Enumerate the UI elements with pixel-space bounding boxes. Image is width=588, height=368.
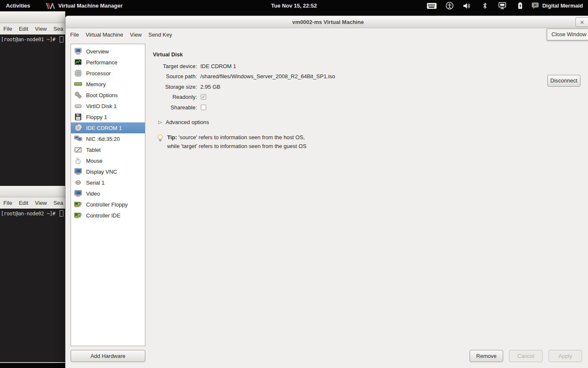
field-value: IDE CDROM 1 [200,63,236,69]
sidebar-item-controller-floppy[interactable]: Controller Floppy [71,199,145,210]
volume-icon[interactable] [462,2,472,10]
checkbox[interactable]: ✓ [201,94,206,100]
field-label: Storage size: [153,84,197,90]
video-icon [74,189,82,198]
close-window-tooltip: Close Window [547,29,588,40]
close-window-button[interactable]: × [575,17,588,27]
background-window-edge [0,362,66,368]
gnome-top-bar: Activities Virtual Machine Manager Tue N… [0,0,588,11]
sidebar-item-label: Performance [86,59,117,66]
menu-edit[interactable]: Edit [16,26,32,32]
floppy-icon [74,113,82,121]
clock[interactable]: Tue Nov 15, 22:52 [271,3,317,9]
activities-button[interactable]: Activities [0,3,36,9]
tip-line2: while 'target' refers to information see… [167,143,307,149]
disconnect-button[interactable]: Disconnect [547,75,580,87]
sidebar-item-ide-cdrom-1[interactable]: IDE CDROM 1 [71,122,145,133]
sidebar-item-floppy-1[interactable]: Floppy 1 [71,111,145,122]
menu-sea[interactable]: Sea [50,200,66,206]
processor-icon [74,69,82,77]
expander-triangle-icon: ▷ [158,119,162,125]
tip-line1: 'source' refers to information seen from… [178,134,305,140]
bluetooth-icon[interactable] [480,2,490,10]
sidebar-item-display-vnc[interactable]: Display VNC [71,166,145,177]
field-row: Source path: /shared/files/Windows_Serve… [153,71,335,82]
sidebar-item-label: Mouse [86,158,102,164]
window-titlebar[interactable]: vm0002-ms Virtual Machine × [66,16,588,28]
sidebar-item-serial-1[interactable]: Serial 1 [71,177,145,188]
sidebar-item-overview[interactable]: Overview [71,46,145,57]
sidebar-item-label: Video [86,191,100,197]
advanced-options-expander[interactable]: ▷ Advanced options [158,119,209,125]
menu-file[interactable]: File [0,26,16,32]
field-label: Source path: [153,73,197,79]
terminal-cursor [60,36,63,42]
menu-sea[interactable]: Sea [50,26,66,32]
checkbox-row: Readonly: ✓ [153,92,335,103]
field-row: Target device: IDE CDROM 1 [153,61,335,71]
checkbox[interactable] [201,105,206,110]
sidebar-item-memory[interactable]: Memory [71,79,145,90]
focused-app-menu[interactable]: Virtual Machine Manager [45,2,123,10]
sidebar-item-mouse[interactable]: Mouse [71,155,145,166]
terminal-body: [root@an-node02 ~]# [0,209,65,362]
sidebar-item-controller-ide[interactable]: Controller IDE [71,210,145,221]
shell-prompt: [root@an-node01 ~]# [1,37,58,42]
sidebar-item-label: NIC :6d:35:20 [86,136,120,142]
menu-view[interactable]: View [32,200,50,206]
menu-file[interactable]: File [67,32,82,38]
controller-icon [74,200,82,209]
terminal-titlebar[interactable] [0,186,65,197]
add-hardware-button[interactable]: Add Hardware [71,350,145,362]
keyboard-icon[interactable] [427,2,437,10]
sidebar-item-label: IDE CDROM 1 [86,125,122,131]
sidebar-item-label: Display VNC [86,169,117,175]
sidebar-item-nic-6d-35-20[interactable]: NIC :6d:35:20 [71,133,145,144]
performance-icon [74,58,82,66]
user-menu[interactable]: Digital Mermaid [531,2,583,9]
sidebar-item-video[interactable]: Video [71,188,145,199]
menu-send-key[interactable]: Send Key [145,32,175,38]
accessibility-icon[interactable] [444,2,454,10]
menu-virtual-machine[interactable]: Virtual Machine [82,32,126,38]
memory-icon [74,80,82,88]
sidebar-item-processor[interactable]: Processor [71,68,145,79]
window-menubar: FileVirtual MachineViewSend Key [66,28,588,41]
tip-bold: Tip: [167,134,177,140]
menu-edit[interactable]: Edit [16,200,32,206]
terminal-titlebar[interactable] [0,11,65,23]
disk-icon [74,102,82,110]
battery-icon[interactable] [515,2,525,10]
focused-app-title: Virtual Machine Manager [58,3,123,9]
cancel-button: Cancel [509,350,543,362]
sidebar-item-virtio-disk-1[interactable]: VirtIO Disk 1 [71,101,145,111]
tip-text: Tip: 'source' refers to information seen… [167,133,307,151]
sidebar-item-label: Processor [86,70,111,77]
field-value: /shared/files/Windows_Server_2008_R2_64B… [200,73,335,79]
remove-button[interactable]: Remove [470,350,503,362]
apply-button: Apply [549,350,582,362]
cdrom-icon [74,124,82,132]
controller-icon [74,211,82,220]
sidebar-item-boot-options[interactable]: Boot Options [71,90,145,101]
lightbulb-icon [157,134,164,143]
sidebar-item-label: Controller Floppy [86,201,128,208]
checkbox-label: Shareable: [153,104,197,111]
terminal-cursor [60,210,63,217]
vm-details-window: vm0002-ms Virtual Machine × FileVirtual … [65,16,588,368]
overview-icon [74,47,82,56]
sidebar-item-label: Floppy 1 [86,114,107,120]
field-label: Target device: [153,63,197,69]
serial-icon [74,178,82,187]
sidebar-item-tablet[interactable]: Tablet [71,144,145,155]
sidebar-item-label: Memory [86,81,106,87]
menu-file[interactable]: File [0,200,16,206]
terminal-body: [root@an-node01 ~]# [0,34,65,186]
terminal-menubar: FileEditViewSea [0,197,65,209]
sidebar-item-performance[interactable]: Performance [71,57,145,68]
menu-view[interactable]: View [32,26,50,32]
boot-options-icon [74,91,82,99]
menu-view[interactable]: View [126,32,145,38]
field-row: Storage size: 2.95 GB [153,82,335,92]
screen-share-icon[interactable] [497,2,507,10]
